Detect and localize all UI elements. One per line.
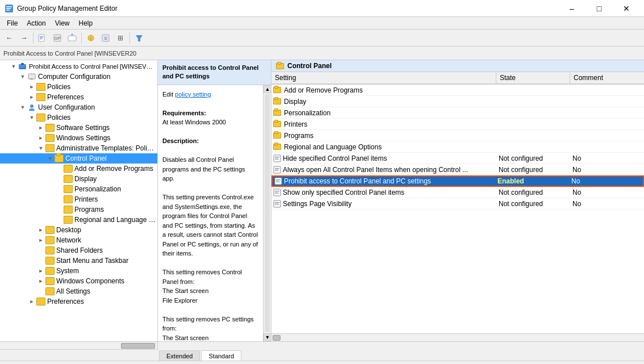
svg-rect-5	[40, 36, 43, 37]
expander-disp	[55, 174, 64, 183]
menu-file[interactable]: File	[2, 18, 22, 28]
svg-rect-7	[40, 39, 42, 39]
tree-admin-templates[interactable]: ▼ Administrative Templates: Policy de	[0, 143, 157, 153]
svg-rect-33	[276, 179, 281, 180]
tab-extended[interactable]: Extended	[159, 350, 200, 361]
folder-icon-personalization	[271, 110, 283, 116]
setting-name-1: Always open All Control Panel Items when…	[283, 166, 496, 174]
setting-row-4[interactable]: Settings Page Visibility Not configured …	[271, 198, 644, 210]
tree-root[interactable]: ▼ Prohibit Access to Control Panel [WINS…	[0, 61, 157, 72]
tree-preferences-2[interactable]: ► Preferences	[0, 296, 157, 307]
folder-row-personalization[interactable]: Personalization	[271, 107, 644, 119]
tree-preferences-1-label: Preferences	[47, 93, 84, 101]
col-header-comment[interactable]: Comment	[570, 72, 644, 84]
expander-net: ►	[36, 236, 45, 245]
policy-setting-link[interactable]: policy setting	[175, 91, 211, 98]
tree-policies-1[interactable]: ► Policies	[0, 82, 157, 92]
tree-preferences-1[interactable]: ► Preferences	[0, 92, 157, 102]
folder-row-programs[interactable]: Programs	[271, 130, 644, 141]
desc-area: Edit policy setting Requirements: At lea…	[158, 85, 271, 341]
toolbar-forward[interactable]: →	[17, 31, 31, 45]
tree-windows-components[interactable]: ► Windows Components	[0, 276, 157, 286]
tree-printers-label: Printers	[74, 195, 98, 203]
tree-windows-components-label: Windows Components	[56, 277, 124, 285]
folder-system	[45, 267, 55, 275]
folder-preferences-1	[36, 93, 45, 101]
setting-name-3: Show only specified Control Panel items	[283, 189, 496, 196]
settings-breadcrumb-bar: Control Panel	[271, 60, 644, 72]
tree-windows-settings[interactable]: ► Windows Settings	[0, 133, 157, 143]
desc-scroll-up[interactable]: ▲	[264, 85, 271, 93]
toolbar-btn4[interactable]: i	[84, 31, 98, 45]
folder-row-regional[interactable]: Regional and Language Options	[271, 141, 644, 153]
hscroll-bar	[0, 341, 644, 349]
setting-row-3[interactable]: Show only specified Control Panel items …	[271, 187, 644, 198]
tab-standard[interactable]: Standard	[201, 350, 241, 361]
folder-row-display[interactable]: Display	[271, 96, 644, 107]
folder-icon-programs	[271, 132, 283, 139]
tree-programs[interactable]: Programs	[0, 204, 157, 215]
toolbar-btn6[interactable]: ⊞	[114, 31, 127, 45]
breadcrumb-folder-icon	[276, 63, 284, 69]
toolbar-back[interactable]: ←	[2, 31, 16, 45]
tree-display[interactable]: Display	[0, 174, 157, 184]
tree-system[interactable]: ► System	[0, 266, 157, 276]
tree-add-remove[interactable]: Add or Remove Programs	[0, 164, 157, 174]
setting-row-0[interactable]: Hide specified Control Panel items Not c…	[271, 153, 644, 164]
tree-start-menu[interactable]: Start Menu and Taskbar	[0, 256, 157, 266]
desc-description-label: Description:	[162, 136, 258, 146]
tree-user-config[interactable]: ▼ User Configuration	[0, 102, 157, 112]
menu-action[interactable]: Action	[22, 18, 50, 28]
tree-personalization[interactable]: Personalization	[0, 184, 157, 194]
tree-shared-folders[interactable]: Shared Folders	[0, 245, 157, 256]
toolbar-btn5[interactable]: ☰	[99, 31, 112, 45]
tree-desktop[interactable]: ► Desktop	[0, 225, 157, 235]
toolbar-btn2[interactable]: GP	[51, 31, 64, 45]
folder-row-add-remove[interactable]: Add or Remove Programs	[271, 85, 644, 96]
tree-software-settings[interactable]: ► Software Settings	[0, 123, 157, 133]
col-header-setting[interactable]: Setting	[271, 72, 496, 84]
col-header-state[interactable]: State	[496, 72, 570, 84]
menu-view[interactable]: View	[51, 18, 74, 28]
expander-uc: ▼	[18, 103, 27, 112]
folder-name-display: Display	[283, 98, 644, 106]
tree-hscroll-thumb[interactable]	[121, 343, 155, 349]
policy-icon-0	[271, 154, 283, 162]
setting-state-4: Not configured	[496, 200, 570, 208]
tree-regional[interactable]: Regional and Language Opti	[0, 215, 157, 225]
folder-network	[45, 236, 55, 244]
tree-policies-2[interactable]: ▼ Policies	[0, 112, 157, 123]
setting-name-2: Prohibit access to Control Panel and PC …	[284, 177, 495, 185]
svg-rect-41	[275, 202, 279, 203]
menu-help[interactable]: Help	[74, 18, 98, 28]
tree-control-panel[interactable]: ▼ Control Panel	[0, 153, 157, 164]
tree-policies-1-label: Policies	[47, 83, 70, 91]
setting-comment-2: No	[569, 177, 643, 185]
svg-rect-37	[275, 191, 279, 191]
folder-admin-templates	[45, 144, 55, 152]
toolbar-filter[interactable]	[132, 31, 146, 45]
toolbar-btn1[interactable]	[36, 31, 49, 45]
folder-printers	[64, 195, 73, 203]
close-button[interactable]: ✕	[613, 0, 639, 17]
tree-panel: ▼ Prohibit Access to Control Panel [WINS…	[0, 60, 158, 341]
svg-rect-20	[20, 68, 25, 69]
settings-hscroll[interactable]	[271, 333, 644, 341]
maximize-button[interactable]: □	[586, 0, 612, 17]
tree-all-settings[interactable]: All Settings	[0, 286, 157, 296]
tree-computer-config[interactable]: ▼ Computer Configuration	[0, 72, 157, 82]
minimize-button[interactable]: –	[559, 0, 585, 17]
desc-requirements-value: At least Windows 2000	[162, 118, 258, 127]
tree-printers[interactable]: Printers	[0, 194, 157, 204]
desc-scroll-down[interactable]: ▼	[264, 333, 271, 341]
tree-network[interactable]: ► Network	[0, 235, 157, 245]
tree-policies-2-label: Policies	[47, 114, 70, 122]
folder-row-printers[interactable]: Printers	[271, 119, 644, 130]
desc-scrollbar[interactable]: ▲ ▼	[263, 85, 271, 341]
tree-system-label: System	[56, 267, 79, 275]
toolbar-btn3[interactable]	[65, 31, 79, 45]
tree-user-config-label: User Configuration	[38, 103, 95, 111]
setting-row-1[interactable]: Always open All Control Panel Items when…	[271, 164, 644, 175]
setting-row-2[interactable]: Prohibit access to Control Panel and PC …	[271, 175, 644, 187]
root-icon	[18, 62, 27, 70]
